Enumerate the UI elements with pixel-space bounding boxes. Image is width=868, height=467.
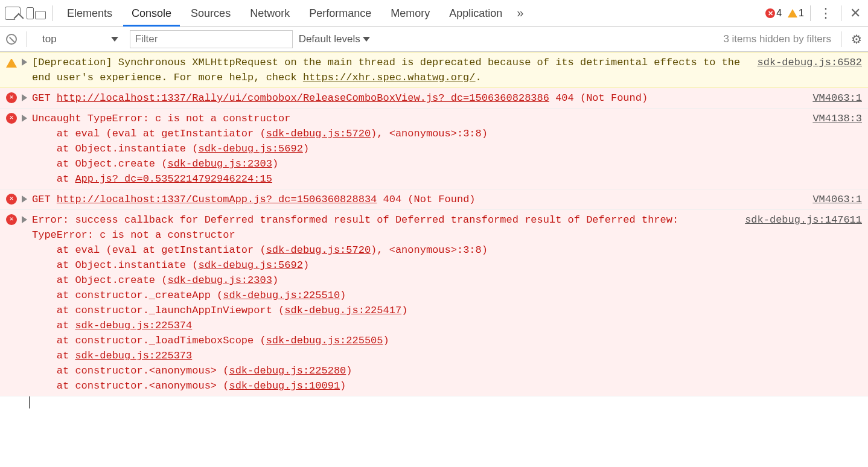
- stack-link[interactable]: sdk-debug.js:10091: [229, 380, 340, 392]
- clear-console-icon[interactable]: [6, 34, 17, 45]
- context-value: top: [42, 33, 57, 45]
- tab-memory[interactable]: Memory: [382, 0, 438, 27]
- separator: [841, 31, 841, 47]
- log-warning: [Deprecation] Synchronous XMLHttpRequest…: [0, 52, 868, 88]
- request-url[interactable]: http://localhost:1337/CustomApp.js?_dc=1…: [57, 194, 377, 205]
- kebab-menu-icon[interactable]: ⋮: [817, 5, 835, 21]
- stack-link[interactable]: sdk-debug.js:5720: [266, 128, 371, 139]
- tab-performance[interactable]: Performance: [301, 0, 380, 27]
- stack-link[interactable]: sdk-debug.js:225505: [266, 335, 383, 346]
- request-url[interactable]: http://localhost:1337/Rally/ui/combobox/…: [57, 92, 549, 104]
- tab-sources[interactable]: Sources: [182, 0, 239, 27]
- warning-icon: [6, 57, 17, 68]
- stack-link[interactable]: sdk-debug.js:225373: [75, 350, 192, 361]
- log-levels-selector[interactable]: Default levels: [299, 33, 370, 45]
- error-icon: ✕: [765, 8, 775, 18]
- console-log: [Deprecation] Synchronous XMLHttpRequest…: [0, 52, 868, 408]
- levels-value: Default levels: [299, 33, 360, 45]
- error-icon: ✕: [6, 92, 17, 103]
- separator: [841, 5, 841, 21]
- log-error: ✕ Error: success callback for Deferred t…: [0, 210, 868, 396]
- error-icon: ✕: [6, 113, 17, 124]
- chevron-down-icon: [111, 37, 118, 42]
- warning-icon: [788, 9, 797, 17]
- disclosure-icon[interactable]: [22, 195, 27, 203]
- stack-link[interactable]: sdk-debug.js:225417: [284, 305, 401, 316]
- external-link[interactable]: https://xhr.spec.whatwg.org/: [303, 72, 476, 83]
- hidden-items-note[interactable]: 3 items hidden by filters: [723, 33, 831, 45]
- log-message-body: Uncaught TypeError: c is not a construct…: [32, 111, 808, 186]
- tab-network[interactable]: Network: [241, 0, 298, 27]
- log-message-body: GET http://localhost:1337/CustomApp.js?_…: [32, 192, 808, 207]
- source-link[interactable]: sdk-debug.js:147611: [745, 212, 862, 227]
- disclosure-icon[interactable]: [22, 216, 27, 223]
- error-icon: ✕: [6, 214, 17, 225]
- close-icon[interactable]: ✕: [847, 5, 863, 21]
- log-message-body: [Deprecation] Synchronous XMLHttpRequest…: [32, 55, 753, 85]
- stack-link[interactable]: App.js?_dc=0.5352214792946224:15: [75, 173, 272, 185]
- stack-link[interactable]: sdk-debug.js:225510: [223, 290, 340, 301]
- inspect-icon[interactable]: [5, 7, 24, 20]
- disclosure-icon[interactable]: [22, 115, 27, 122]
- separator: [810, 5, 811, 21]
- log-error: ✕ GET http://localhost:1337/Rally/ui/com…: [0, 88, 868, 109]
- tabs-overflow[interactable]: »: [513, 6, 527, 20]
- source-link[interactable]: VM4063:1: [812, 91, 862, 106]
- log-error: ✕ GET http://localhost:1337/CustomApp.js…: [0, 189, 868, 210]
- device-toggle-icon[interactable]: [27, 7, 46, 19]
- warning-count-badge[interactable]: 1: [788, 8, 804, 19]
- stack-link[interactable]: sdk-debug.js:225374: [75, 320, 192, 331]
- disclosure-icon[interactable]: [22, 94, 27, 101]
- stack-link[interactable]: sdk-debug.js:225280: [229, 365, 346, 376]
- stack-link[interactable]: sdk-debug.js:2303: [167, 275, 272, 286]
- filter-input[interactable]: [130, 30, 293, 48]
- separator: [27, 31, 27, 47]
- devtools-tabbar: Elements Console Sources Network Perform…: [0, 0, 868, 27]
- log-message-body: Error: success callback for Deferred tra…: [32, 212, 740, 393]
- source-link[interactable]: sdk-debug.js:6582: [758, 55, 862, 70]
- source-link[interactable]: VM4063:1: [812, 192, 862, 207]
- tab-elements[interactable]: Elements: [59, 0, 121, 27]
- log-message-body: GET http://localhost:1337/Rally/ui/combo…: [32, 91, 808, 106]
- stack-link[interactable]: sdk-debug.js:2303: [167, 158, 272, 170]
- console-toolbar: top Default levels 3 items hidden by fil…: [0, 27, 868, 52]
- tab-application[interactable]: Application: [441, 0, 511, 27]
- log-error: ✕ Uncaught TypeError: c is not a constru…: [0, 109, 868, 189]
- error-icon: ✕: [6, 194, 17, 205]
- warning-count: 1: [799, 8, 804, 19]
- console-prompt[interactable]: [29, 396, 868, 408]
- error-count-badge[interactable]: ✕ 4: [765, 8, 782, 19]
- separator: [52, 5, 53, 21]
- tab-console[interactable]: Console: [123, 0, 180, 27]
- context-selector[interactable]: top: [37, 30, 124, 48]
- gear-icon[interactable]: ⚙: [851, 32, 862, 46]
- chevron-down-icon: [363, 37, 370, 42]
- disclosure-icon[interactable]: [22, 59, 27, 66]
- stack-link[interactable]: sdk-debug.js:5720: [266, 244, 371, 256]
- stack-link[interactable]: sdk-debug.js:5692: [198, 259, 302, 271]
- stack-link[interactable]: sdk-debug.js:5692: [198, 143, 302, 154]
- source-link[interactable]: VM4138:3: [812, 111, 862, 126]
- error-count: 4: [776, 8, 782, 19]
